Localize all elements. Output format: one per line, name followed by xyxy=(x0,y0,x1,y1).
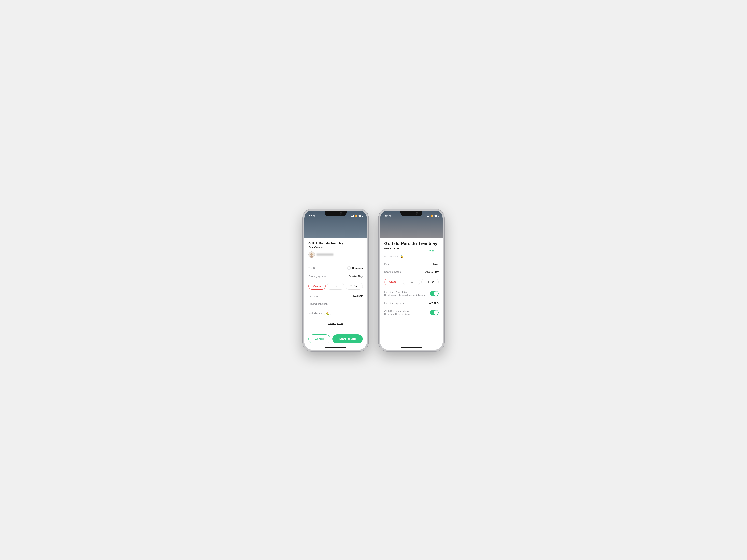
avatar xyxy=(308,251,315,258)
handicap-calc-label: Handicap Calculation xyxy=(384,291,426,294)
right-scoring-label: Scoring system xyxy=(384,271,402,273)
club-rec-sublabel: Not allowed in competition xyxy=(384,313,410,315)
right-scoring-row[interactable]: Scoring system Stroke Play xyxy=(384,268,439,276)
scoring-system-row[interactable]: Scoring system Stroke Play xyxy=(308,272,363,280)
right-phone: 12:27 📶 xyxy=(379,209,444,351)
right-home-indicator xyxy=(401,347,421,348)
club-rec-label: Club Recommendation xyxy=(384,310,410,313)
right-camera xyxy=(416,212,418,215)
left-phone: 12:27 📶 xyxy=(303,209,368,351)
net-button[interactable]: Net xyxy=(327,283,344,289)
add-players-row: Add Players ⛳ xyxy=(308,308,363,319)
right-net-button[interactable]: Net xyxy=(403,279,420,285)
right-date-value: Now xyxy=(433,263,439,265)
right-phone-content: Done Golf du Parc du Tremblay Parc Compa… xyxy=(380,237,443,350)
svg-point-2 xyxy=(311,254,311,255)
more-options[interactable]: More Options xyxy=(308,322,363,325)
round-name-row[interactable]: Round Name 🔒 xyxy=(384,253,439,260)
left-home-indicator xyxy=(326,347,346,348)
tee-box-value: Hommes xyxy=(352,266,363,270)
playing-handicap-label: Playing handicap xyxy=(308,302,328,305)
right-wifi-icon: 📶 xyxy=(431,215,433,217)
phones-container: 12:27 📶 xyxy=(303,209,444,351)
handicap-system-label: Handicap system xyxy=(384,302,404,305)
right-date-row[interactable]: Date Now xyxy=(384,260,439,268)
signal-icon xyxy=(351,215,354,217)
tee-box-row[interactable]: Tee Box Hommes xyxy=(308,264,363,272)
left-status-icons: 📶 xyxy=(351,215,362,217)
right-score-type-buttons: Gross Net To Par xyxy=(384,279,439,285)
wifi-icon: 📶 xyxy=(355,215,357,217)
battery-icon xyxy=(358,215,362,217)
playing-handicap-row: Playing handicap - xyxy=(308,300,363,308)
player-row xyxy=(308,251,363,261)
right-signal-icon xyxy=(427,215,430,217)
right-course-title-text: Golf du Parc du Tremblay xyxy=(384,241,439,246)
camera xyxy=(340,212,342,215)
left-course-subtitle: Parc Compact xyxy=(308,246,363,249)
start-round-button[interactable]: Start Round xyxy=(332,334,363,343)
tee-circle xyxy=(347,266,351,270)
right-content-inner: Done Golf du Parc du Tremblay Parc Compa… xyxy=(380,237,443,350)
add-players-label: Add Players xyxy=(308,312,322,315)
more-options-link[interactable]: More Options xyxy=(328,322,343,325)
tee-box-label: Tee Box xyxy=(308,266,317,270)
scoring-system-label: Scoring system xyxy=(308,275,326,278)
done-button[interactable]: Done xyxy=(428,249,435,253)
left-content-inner: Golf du Parc du Tremblay Parc Compact xyxy=(304,237,367,350)
handicap-value: No HCP xyxy=(353,295,363,298)
handicap-row[interactable]: Handicap No HCP xyxy=(308,292,363,300)
handicap-label: Handicap xyxy=(308,295,319,298)
player-name xyxy=(316,253,333,256)
playing-handicap-separator: - xyxy=(329,302,330,305)
right-date-label: Date xyxy=(384,263,390,265)
right-time: 12:27 xyxy=(385,214,391,218)
club-recommendation-row: Club Recommendation Not allowed in compe… xyxy=(384,307,439,319)
handicap-system-value: WORLD xyxy=(429,302,439,305)
left-phone-content: Golf du Parc du Tremblay Parc Compact xyxy=(304,237,367,350)
add-player-icon[interactable]: ⛳ xyxy=(324,310,331,317)
right-gross-button[interactable]: Gross xyxy=(384,279,402,285)
tee-box-value-group: Hommes xyxy=(347,266,363,270)
handicap-calc-toggle[interactable] xyxy=(430,291,439,296)
svg-point-3 xyxy=(312,254,312,255)
left-content-body: Golf du Parc du Tremblay Parc Compact xyxy=(304,237,367,332)
score-type-buttons: Gross Net To Par xyxy=(308,283,363,289)
scoring-system-value: Stroke Play xyxy=(349,275,363,278)
club-rec-toggle[interactable] xyxy=(430,310,439,315)
cancel-button[interactable]: Cancel xyxy=(308,334,330,343)
handicap-calc-sublabel: Handicap calculation will include this r… xyxy=(384,294,426,297)
right-battery-icon xyxy=(434,215,438,217)
right-content-body: Done Golf du Parc du Tremblay Parc Compa… xyxy=(380,237,443,350)
notch xyxy=(325,211,346,217)
to-par-button[interactable]: To Par xyxy=(345,283,363,289)
left-time: 12:27 xyxy=(309,214,315,218)
right-course-title: Golf du Parc du Tremblay Parc Compact xyxy=(384,241,439,250)
left-course-title: Golf du Parc du Tremblay xyxy=(308,241,363,245)
handicap-system-row[interactable]: Handicap system WORLD xyxy=(384,299,439,307)
right-scoring-value: Stroke Play xyxy=(425,271,439,273)
round-name-placeholder: Round Name 🔒 xyxy=(384,255,439,258)
right-notch xyxy=(401,211,422,217)
gross-button[interactable]: Gross xyxy=(308,283,326,289)
right-to-par-button[interactable]: To Par xyxy=(421,279,439,285)
right-status-icons: 📶 xyxy=(427,215,438,217)
handicap-calc-row: Handicap Calculation Handicap calculatio… xyxy=(384,288,439,299)
